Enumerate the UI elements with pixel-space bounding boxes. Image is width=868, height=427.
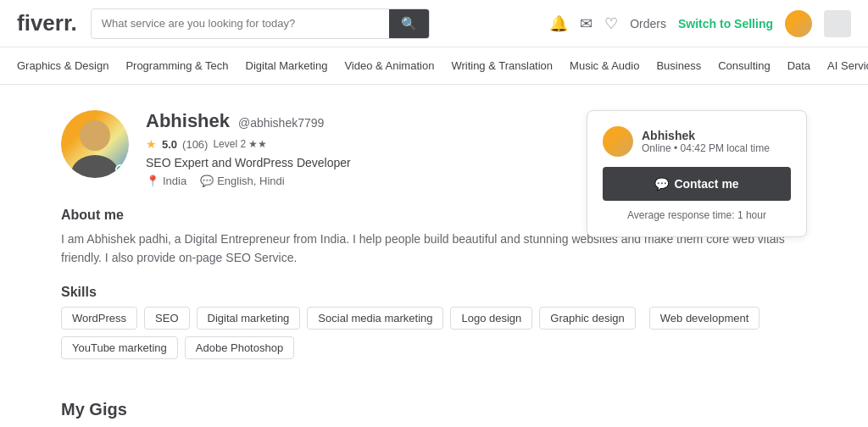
- nav-music-audio[interactable]: Music & Audio: [570, 47, 639, 84]
- skills-section: Skills WordPress SEO Digital marketing S…: [61, 285, 807, 359]
- user-avatar[interactable]: [785, 10, 812, 37]
- level-badge: Level 2 ★★: [213, 138, 267, 150]
- logo-text: fiverr.: [17, 10, 77, 36]
- logo[interactable]: fiverr.: [17, 10, 77, 36]
- skill-tag-photoshop[interactable]: Adobe Photoshop: [185, 336, 294, 359]
- header-right: 🔔 ✉ ♡ Orders Switch to Selling: [549, 10, 851, 37]
- pin-icon: 📍: [146, 175, 159, 187]
- header: fiverr. 🔍 🔔 ✉ ♡ Orders Switch to Selling: [0, 0, 868, 47]
- skill-tag-web-dev[interactable]: Web development: [649, 307, 760, 330]
- language-text: English, Hindi: [217, 175, 285, 187]
- contact-card-user: Abhishek Online • 04:42 PM local time: [603, 126, 791, 157]
- message-icon[interactable]: ✉: [580, 14, 593, 33]
- location-text: India: [163, 175, 186, 187]
- nav-graphics-design[interactable]: Graphics & Design: [17, 47, 108, 84]
- gigs-section: My Gigs key2Blogging BLOGGERPAGE SPEEDIM…: [44, 400, 824, 427]
- contact-card: Abhishek Online • 04:42 PM local time 💬 …: [587, 110, 807, 237]
- profile-section: Abhishek @abhishek7799 ★ 5.0 (106) Level…: [44, 85, 824, 400]
- location-meta: 📍 India: [146, 175, 186, 187]
- nav-bar: Graphics & Design Programming & Tech Dig…: [0, 47, 868, 85]
- stars-icon: ★: [146, 137, 157, 151]
- profile-title: SEO Expert and WordPress Developer: [146, 156, 663, 169]
- search-bar: 🔍: [91, 8, 430, 39]
- avg-response: Average response time: 1 hour: [603, 209, 791, 221]
- skill-tag-social-media[interactable]: Social media marketing: [307, 307, 443, 330]
- messaging-icon: 💬: [654, 177, 669, 191]
- nav-consulting[interactable]: Consulting: [718, 47, 770, 84]
- profile-meta: 📍 India 💬 English, Hindi: [146, 175, 663, 187]
- profile-avatar: [61, 110, 129, 178]
- orders-link[interactable]: Orders: [630, 17, 666, 30]
- rating-value: 5.0: [162, 138, 177, 151]
- nav-programming-tech[interactable]: Programming & Tech: [125, 47, 228, 84]
- nav-digital-marketing[interactable]: Digital Marketing: [246, 47, 328, 84]
- contact-btn-label: Contact me: [674, 177, 738, 191]
- search-button[interactable]: 🔍: [389, 9, 429, 38]
- skill-tag-wordpress[interactable]: WordPress: [61, 307, 137, 330]
- online-indicator: [115, 164, 125, 175]
- review-count[interactable]: (106): [182, 138, 208, 151]
- skills-title: Skills: [61, 285, 807, 300]
- contact-mini-avatar: [603, 126, 633, 157]
- skill-tag-seo[interactable]: SEO: [144, 307, 189, 330]
- profile-handle: @abhishek7799: [238, 116, 324, 130]
- nav-business[interactable]: Business: [656, 47, 701, 84]
- skill-tag-digital-marketing[interactable]: Digital marketing: [197, 307, 301, 330]
- speech-icon: 💬: [200, 175, 214, 187]
- profile-info: Abhishek @abhishek7799 ★ 5.0 (106) Level…: [146, 110, 663, 187]
- notification-icon[interactable]: 🔔: [549, 14, 568, 33]
- contact-name: Abhishek: [642, 129, 770, 142]
- search-input[interactable]: [92, 10, 389, 36]
- avatar-placeholder: [824, 10, 851, 37]
- skill-tag-logo-design[interactable]: Logo design: [450, 307, 532, 330]
- profile-name-row: Abhishek @abhishek7799: [146, 110, 663, 132]
- nav-ai-services[interactable]: AI Services: [827, 47, 868, 84]
- nav-writing-translation[interactable]: Writing & Translation: [451, 47, 553, 84]
- switch-selling-button[interactable]: Switch to Selling: [678, 17, 773, 30]
- skill-tag-youtube[interactable]: YouTube marketing: [61, 336, 178, 359]
- profile-name: Abhishek: [146, 110, 230, 131]
- contact-status: Online • 04:42 PM local time: [642, 142, 770, 154]
- language-meta: 💬 English, Hindi: [200, 175, 285, 187]
- gigs-title: My Gigs: [61, 400, 807, 419]
- heart-icon[interactable]: ♡: [604, 14, 618, 33]
- skill-tag-graphic-design[interactable]: Graphic design: [539, 307, 635, 330]
- skill-tags: WordPress SEO Digital marketing Social m…: [61, 307, 807, 359]
- nav-data[interactable]: Data: [787, 47, 810, 84]
- profile-top-wrapper: Abhishek @abhishek7799 ★ 5.0 (106) Level…: [61, 110, 807, 383]
- profile-rating: ★ 5.0 (106) Level 2 ★★: [146, 137, 663, 151]
- main-nav: Graphics & Design Programming & Tech Dig…: [0, 47, 868, 85]
- contact-me-button[interactable]: 💬 Contact me: [603, 167, 791, 201]
- nav-video-animation[interactable]: Video & Animation: [344, 47, 434, 84]
- main-content: Abhishek @abhishek7799 ★ 5.0 (106) Level…: [61, 110, 807, 383]
- contact-user-info: Abhishek Online • 04:42 PM local time: [642, 129, 770, 154]
